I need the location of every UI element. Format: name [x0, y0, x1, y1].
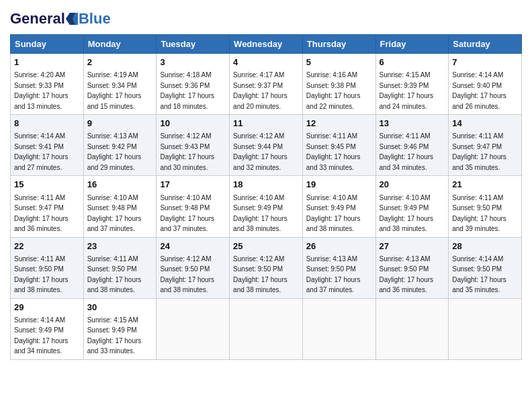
calendar-day-cell: 25 Sunrise: 4:12 AMSunset: 9:50 PMDaylig… — [230, 237, 303, 298]
day-number: 30 — [87, 302, 153, 314]
calendar-day-cell: 5 Sunrise: 4:16 AMSunset: 9:38 PMDayligh… — [302, 54, 375, 115]
logo-blue: Blue — [79, 10, 111, 28]
day-number: 13 — [380, 118, 445, 130]
day-info: Sunrise: 4:10 AMSunset: 9:49 PMDaylight:… — [233, 194, 287, 233]
day-info: Sunrise: 4:11 AMSunset: 9:47 PMDaylight:… — [452, 132, 506, 171]
day-number: 8 — [14, 118, 80, 130]
logo-text: General Blue — [10, 10, 111, 28]
calendar-day-cell: 30 Sunrise: 4:15 AMSunset: 9:49 PMDaylig… — [83, 298, 157, 359]
calendar-day-header: Sunday — [11, 35, 84, 54]
calendar-day-cell: 28 Sunrise: 4:14 AMSunset: 9:50 PMDaylig… — [449, 237, 522, 298]
day-number: 5 — [306, 56, 372, 68]
day-number: 27 — [380, 240, 445, 253]
day-number: 24 — [160, 240, 226, 253]
calendar-day-cell — [449, 298, 522, 359]
day-info: Sunrise: 4:10 AMSunset: 9:49 PMDaylight:… — [306, 194, 361, 233]
day-number: 12 — [306, 118, 372, 130]
calendar-day-header: Tuesday — [157, 35, 230, 54]
day-number: 1 — [14, 56, 80, 68]
day-info: Sunrise: 4:13 AMSunset: 9:42 PMDaylight:… — [87, 132, 142, 171]
day-info: Sunrise: 4:16 AMSunset: 9:38 PMDaylight:… — [306, 71, 361, 110]
calendar-day-header: Friday — [375, 35, 449, 54]
day-number: 21 — [452, 179, 518, 191]
day-number: 11 — [233, 118, 299, 130]
day-info: Sunrise: 4:11 AMSunset: 9:47 PMDaylight:… — [14, 194, 69, 233]
calendar-day-cell: 1 Sunrise: 4:20 AMSunset: 9:33 PMDayligh… — [11, 54, 84, 115]
calendar-day-cell: 17 Sunrise: 4:10 AMSunset: 9:48 PMDaylig… — [157, 176, 230, 237]
day-number: 16 — [87, 179, 153, 191]
calendar-day-cell: 12 Sunrise: 4:11 AMSunset: 9:45 PMDaylig… — [302, 115, 375, 176]
day-info: Sunrise: 4:14 AMSunset: 9:41 PMDaylight:… — [14, 132, 69, 171]
day-info: Sunrise: 4:15 AMSunset: 9:49 PMDaylight:… — [87, 316, 142, 355]
calendar-day-cell: 14 Sunrise: 4:11 AMSunset: 9:47 PMDaylig… — [449, 115, 522, 176]
day-info: Sunrise: 4:19 AMSunset: 9:34 PMDaylight:… — [87, 71, 142, 110]
logo-general: General — [10, 10, 65, 28]
day-info: Sunrise: 4:12 AMSunset: 9:50 PMDaylight:… — [233, 255, 287, 294]
logo-icon — [66, 11, 78, 26]
day-number: 6 — [380, 56, 445, 68]
day-number: 14 — [452, 118, 518, 130]
day-info: Sunrise: 4:18 AMSunset: 9:36 PMDaylight:… — [160, 71, 214, 110]
day-info: Sunrise: 4:12 AMSunset: 9:43 PMDaylight:… — [160, 132, 214, 171]
day-info: Sunrise: 4:12 AMSunset: 9:50 PMDaylight:… — [160, 255, 214, 294]
day-number: 2 — [87, 56, 153, 68]
calendar-day-cell: 7 Sunrise: 4:14 AMSunset: 9:40 PMDayligh… — [449, 54, 522, 115]
day-info: Sunrise: 4:11 AMSunset: 9:50 PMDaylight:… — [14, 255, 69, 294]
calendar-day-cell: 20 Sunrise: 4:10 AMSunset: 9:49 PMDaylig… — [375, 176, 449, 237]
day-info: Sunrise: 4:11 AMSunset: 9:45 PMDaylight:… — [306, 132, 361, 171]
calendar-week-row: 8 Sunrise: 4:14 AMSunset: 9:41 PMDayligh… — [11, 115, 522, 176]
day-info: Sunrise: 4:15 AMSunset: 9:39 PMDaylight:… — [380, 71, 434, 110]
calendar-day-header: Monday — [83, 35, 157, 54]
day-number: 26 — [306, 240, 372, 253]
calendar-day-cell: 9 Sunrise: 4:13 AMSunset: 9:42 PMDayligh… — [83, 115, 157, 176]
day-number: 9 — [87, 118, 153, 130]
day-info: Sunrise: 4:13 AMSunset: 9:50 PMDaylight:… — [306, 255, 361, 294]
day-info: Sunrise: 4:12 AMSunset: 9:44 PMDaylight:… — [233, 132, 287, 171]
calendar-day-cell: 3 Sunrise: 4:18 AMSunset: 9:36 PMDayligh… — [157, 54, 230, 115]
day-info: Sunrise: 4:13 AMSunset: 9:50 PMDaylight:… — [380, 255, 434, 294]
calendar-day-cell: 4 Sunrise: 4:17 AMSunset: 9:37 PMDayligh… — [230, 54, 303, 115]
day-number: 17 — [160, 179, 226, 191]
calendar-day-cell — [375, 298, 449, 359]
day-number: 28 — [452, 240, 518, 253]
calendar-week-row: 15 Sunrise: 4:11 AMSunset: 9:47 PMDaylig… — [11, 176, 522, 237]
calendar-week-row: 29 Sunrise: 4:14 AMSunset: 9:49 PMDaylig… — [11, 298, 522, 359]
calendar-day-cell: 24 Sunrise: 4:12 AMSunset: 9:50 PMDaylig… — [157, 237, 230, 298]
day-info: Sunrise: 4:11 AMSunset: 9:46 PMDaylight:… — [380, 132, 434, 171]
calendar-day-cell — [302, 298, 375, 359]
calendar-day-cell: 2 Sunrise: 4:19 AMSunset: 9:34 PMDayligh… — [83, 54, 157, 115]
calendar-day-cell: 22 Sunrise: 4:11 AMSunset: 9:50 PMDaylig… — [11, 237, 84, 298]
calendar-day-cell: 16 Sunrise: 4:10 AMSunset: 9:48 PMDaylig… — [83, 176, 157, 237]
day-info: Sunrise: 4:10 AMSunset: 9:48 PMDaylight:… — [87, 194, 142, 233]
day-number: 7 — [452, 56, 518, 68]
day-number: 22 — [14, 240, 80, 253]
calendar-day-cell: 18 Sunrise: 4:10 AMSunset: 9:49 PMDaylig… — [230, 176, 303, 237]
day-number: 29 — [14, 302, 80, 314]
day-number: 4 — [233, 56, 299, 68]
day-info: Sunrise: 4:11 AMSunset: 9:50 PMDaylight:… — [87, 255, 142, 294]
calendar-header-row: SundayMondayTuesdayWednesdayThursdayFrid… — [11, 35, 522, 54]
day-info: Sunrise: 4:14 AMSunset: 9:50 PMDaylight:… — [452, 255, 506, 294]
day-number: 3 — [160, 56, 226, 68]
calendar-day-cell: 10 Sunrise: 4:12 AMSunset: 9:43 PMDaylig… — [157, 115, 230, 176]
day-info: Sunrise: 4:20 AMSunset: 9:33 PMDaylight:… — [14, 71, 69, 110]
calendar-day-cell: 15 Sunrise: 4:11 AMSunset: 9:47 PMDaylig… — [11, 176, 84, 237]
day-info: Sunrise: 4:14 AMSunset: 9:49 PMDaylight:… — [14, 316, 69, 355]
day-number: 20 — [380, 179, 445, 191]
calendar-day-cell: 29 Sunrise: 4:14 AMSunset: 9:49 PMDaylig… — [11, 298, 84, 359]
page-header: General Blue — [10, 10, 522, 28]
calendar-day-cell: 11 Sunrise: 4:12 AMSunset: 9:44 PMDaylig… — [230, 115, 303, 176]
day-info: Sunrise: 4:11 AMSunset: 9:50 PMDaylight:… — [452, 194, 506, 233]
calendar-day-cell — [157, 298, 230, 359]
calendar-day-header: Saturday — [449, 35, 522, 54]
calendar-week-row: 22 Sunrise: 4:11 AMSunset: 9:50 PMDaylig… — [11, 237, 522, 298]
day-info: Sunrise: 4:14 AMSunset: 9:40 PMDaylight:… — [452, 71, 506, 110]
calendar-day-cell: 8 Sunrise: 4:14 AMSunset: 9:41 PMDayligh… — [11, 115, 84, 176]
day-info: Sunrise: 4:10 AMSunset: 9:49 PMDaylight:… — [380, 194, 434, 233]
calendar-day-cell: 19 Sunrise: 4:10 AMSunset: 9:49 PMDaylig… — [302, 176, 375, 237]
day-number: 18 — [233, 179, 299, 191]
calendar-day-cell: 23 Sunrise: 4:11 AMSunset: 9:50 PMDaylig… — [83, 237, 157, 298]
calendar-day-cell: 13 Sunrise: 4:11 AMSunset: 9:46 PMDaylig… — [375, 115, 449, 176]
calendar-day-header: Thursday — [302, 35, 375, 54]
calendar-week-row: 1 Sunrise: 4:20 AMSunset: 9:33 PMDayligh… — [11, 54, 522, 115]
